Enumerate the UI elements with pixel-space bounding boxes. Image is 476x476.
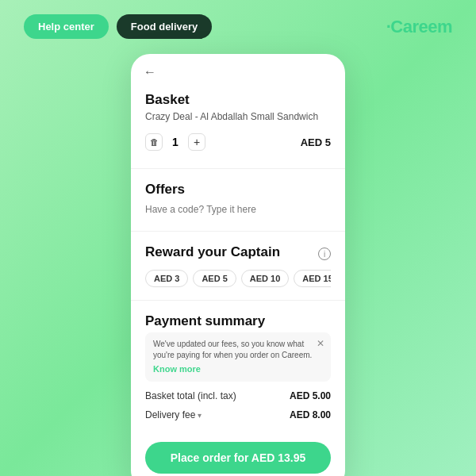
- basket-item-row: 🗑 1 + AED 5: [145, 129, 331, 155]
- info-icon[interactable]: i: [318, 248, 331, 260]
- food-delivery-button[interactable]: Food delivery: [117, 14, 213, 39]
- offers-section: Offers: [131, 174, 345, 226]
- brand-logo: ·Careem: [386, 17, 452, 37]
- payment-section: Payment summary We've updated our fees, …: [131, 305, 345, 432]
- reward-chip-3[interactable]: AED 3: [145, 270, 188, 287]
- top-nav: Help center Food delivery ·Careem: [0, 0, 476, 53]
- reward-header: Reward your Captain i: [145, 244, 331, 263]
- item-price: AED 5: [301, 136, 331, 148]
- reward-chips: AED 3 AED 5 AED 10 AED 15 AE: [145, 270, 331, 287]
- reward-chip-10[interactable]: AED 10: [241, 270, 290, 287]
- basket-item-name: Crazy Deal - Al Abdallah Small Sandwich: [145, 111, 331, 122]
- back-button[interactable]: ←: [131, 54, 169, 84]
- payment-notice: We've updated our fees, so you know what…: [145, 332, 331, 382]
- reward-section: Reward your Captain i AED 3 AED 5 AED 10…: [131, 236, 345, 295]
- place-order-button[interactable]: Place order for AED 13.95: [145, 442, 331, 474]
- delivery-fee-amount: AED 8.00: [290, 409, 331, 420]
- nav-left: Help center Food delivery: [24, 14, 212, 39]
- qty-controls: 🗑 1 +: [145, 133, 205, 151]
- reward-chip-5[interactable]: AED 5: [193, 270, 236, 287]
- qty-value: 1: [169, 136, 182, 148]
- payment-title: Payment summary: [145, 313, 331, 329]
- reward-chip-15[interactable]: AED 15: [294, 270, 331, 287]
- basket-total-row: Basket total (incl. tax) AED 5.00: [145, 386, 331, 405]
- basket-section: Basket Crazy Deal - Al Abdallah Small Sa…: [131, 84, 345, 163]
- plus-icon: +: [194, 136, 200, 148]
- delivery-chevron-icon[interactable]: ▾: [198, 411, 202, 420]
- notice-text: We've updated our fees, so you know what…: [153, 340, 312, 359]
- trash-icon: 🗑: [150, 137, 159, 147]
- qty-increase-button[interactable]: +: [188, 133, 205, 151]
- phone-card: ← Basket Crazy Deal - Al Abdallah Small …: [131, 54, 345, 476]
- basket-total-label: Basket total (incl. tax): [145, 390, 236, 401]
- know-more-link[interactable]: Know more: [153, 363, 323, 375]
- delete-button[interactable]: 🗑: [145, 133, 163, 151]
- help-center-button[interactable]: Help center: [24, 14, 109, 39]
- divider-3: [131, 300, 345, 301]
- offers-input[interactable]: [145, 201, 331, 218]
- reward-title: Reward your Captain: [145, 244, 280, 260]
- delivery-fee-label: Delivery fee ▾: [145, 409, 202, 420]
- notice-close-button[interactable]: ✕: [317, 337, 324, 351]
- divider-1: [131, 168, 345, 169]
- divider-2: [131, 231, 345, 232]
- basket-total-amount: AED 5.00: [290, 390, 331, 401]
- basket-title: Basket: [145, 92, 331, 108]
- delivery-fee-row: Delivery fee ▾ AED 8.00: [145, 405, 331, 424]
- offers-title: Offers: [145, 182, 331, 198]
